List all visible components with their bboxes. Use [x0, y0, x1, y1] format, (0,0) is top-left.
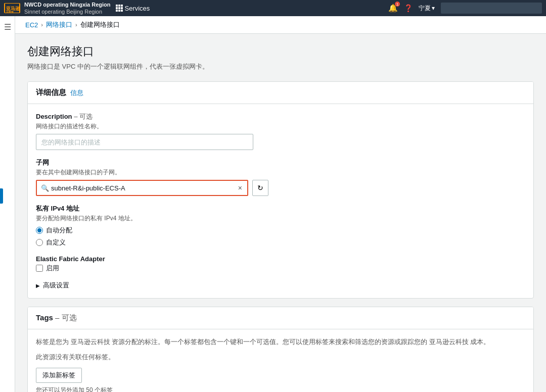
subnet-search-input[interactable]: [51, 184, 235, 192]
details-card-body: Description – 可选 网络接口的描述性名称。 子网 要在其中创建网络…: [28, 104, 533, 298]
page-title: 创建网络接口: [27, 44, 534, 59]
svg-text:云科技: 云科技: [6, 10, 14, 13]
services-label: Services: [125, 5, 150, 12]
subnet-hint: 要在其中创建网络接口的子网。: [36, 168, 525, 177]
description-label: Description – 可选: [36, 112, 525, 121]
efa-checkbox[interactable]: [36, 265, 43, 272]
efa-label: Elastic Fabric Adapter: [36, 255, 525, 263]
company-info: NWCD operating Ningxia Region Sinnet ope…: [24, 1, 111, 16]
subnet-clear-button[interactable]: ×: [237, 184, 243, 192]
subnet-section: 子网 要在其中创建网络接口的子网。 🔍 × ↻: [36, 158, 525, 196]
details-card-title: 详细信息: [36, 88, 66, 97]
tags-card-title: Tags – 可选: [36, 313, 77, 323]
advanced-settings-toggle[interactable]: ▶ 高级设置: [36, 281, 525, 290]
ipv4-auto-radio[interactable]: [36, 227, 43, 234]
breadcrumb-ec2[interactable]: EC2: [25, 21, 38, 29]
tags-card-header: Tags – 可选: [28, 307, 533, 329]
breadcrumb-sep1: ›: [41, 22, 43, 28]
ipv4-custom-option[interactable]: 自定义: [36, 238, 525, 247]
sidebar-menu-toggle[interactable]: ☰: [2, 20, 13, 34]
tags-card-body: 标签是您为 亚马逊云科技 资源分配的标注。每一个标签都包含一个键和一个可选值。您…: [28, 329, 533, 392]
ipv4-hint: 要分配给网络接口的私有 IPv4 地址。: [36, 214, 525, 223]
advanced-arrow-icon: ▶: [36, 283, 40, 288]
ipv4-auto-option[interactable]: 自动分配: [36, 226, 525, 235]
tags-description: 标签是您为 亚马逊云科技 资源分配的标注。每一个标签都包含一个键和一个可选值。您…: [36, 337, 525, 347]
no-tags-text: 此资源没有关联任何标签。: [36, 353, 525, 362]
amazon-logo: 亚马逊 云科技: [4, 3, 20, 13]
subnet-label: 子网: [36, 158, 525, 167]
add-tag-button[interactable]: 添加新标签: [36, 368, 82, 383]
help-icon[interactable]: ❓: [404, 4, 413, 12]
services-button[interactable]: Services: [111, 5, 155, 12]
efa-section: Elastic Fabric Adapter 启用: [36, 255, 525, 273]
remaining-tags-text: 您还可以另外添加 50 个标签: [36, 386, 525, 392]
breadcrumb-sep2: ›: [75, 22, 77, 28]
ipv4-custom-radio[interactable]: [36, 239, 43, 246]
breadcrumb-network-interfaces[interactable]: 网络接口: [46, 20, 72, 29]
page-body: 创建网络接口 网络接口是 VPC 中的一个逻辑联网组件，代表一张虚拟网卡。 详细…: [15, 34, 546, 392]
subnet-search-wrapper: 🔍 × ↻: [36, 180, 525, 196]
top-nav-right: 🔔 1 ❓ 宁夏 ▾: [388, 3, 542, 14]
notification-bell[interactable]: 🔔 1: [388, 4, 398, 13]
page-layout: ☰ EC2 › 网络接口 › 创建网络接口 创建网络接口 网络接口是 VPC 中…: [0, 16, 546, 392]
ipv4-label: 私有 IPv4 地址: [36, 204, 525, 213]
details-card: 详细信息 信息 Description – 可选 网络接口的描述性名称。: [27, 81, 534, 299]
search-icon: 🔍: [41, 184, 49, 192]
grid-icon: [116, 5, 123, 12]
tags-card: Tags – 可选 标签是您为 亚马逊云科技 资源分配的标注。每一个标签都包含一…: [27, 307, 534, 392]
details-card-header: 详细信息 信息: [28, 82, 533, 104]
details-info-link[interactable]: 信息: [70, 88, 83, 97]
ipv4-radio-group: 自动分配 自定义: [36, 226, 525, 247]
sidebar: ☰: [0, 16, 15, 392]
description-section: Description – 可选 网络接口的描述性名称。: [36, 112, 525, 150]
logo-area: 亚马逊 云科技 NWCD operating Ningxia Region Si…: [4, 1, 111, 16]
description-hint: 网络接口的描述性名称。: [36, 122, 525, 131]
page-subtitle: 网络接口是 VPC 中的一个逻辑联网组件，代表一张虚拟网卡。: [27, 62, 534, 71]
left-edge-indicator: [0, 188, 3, 204]
subnet-refresh-button[interactable]: ↻: [252, 180, 268, 196]
breadcrumb: EC2 › 网络接口 › 创建网络接口: [15, 16, 546, 34]
subnet-search-box[interactable]: 🔍 ×: [36, 180, 248, 196]
description-input[interactable]: [36, 134, 253, 150]
main-content: EC2 › 网络接口 › 创建网络接口 创建网络接口 网络接口是 VPC 中的一…: [15, 16, 546, 392]
efa-enable-option[interactable]: 启用: [36, 264, 525, 273]
ipv4-section: 私有 IPv4 地址 要分配给网络接口的私有 IPv4 地址。 自动分配 自定义: [36, 204, 525, 247]
top-navigation: 亚马逊 云科技 NWCD operating Ningxia Region Si…: [0, 0, 546, 16]
notification-badge: 1: [395, 2, 400, 7]
breadcrumb-current: 创建网络接口: [80, 20, 120, 29]
top-search-input[interactable]: [441, 3, 542, 14]
region-selector[interactable]: 宁夏 ▾: [419, 4, 435, 13]
